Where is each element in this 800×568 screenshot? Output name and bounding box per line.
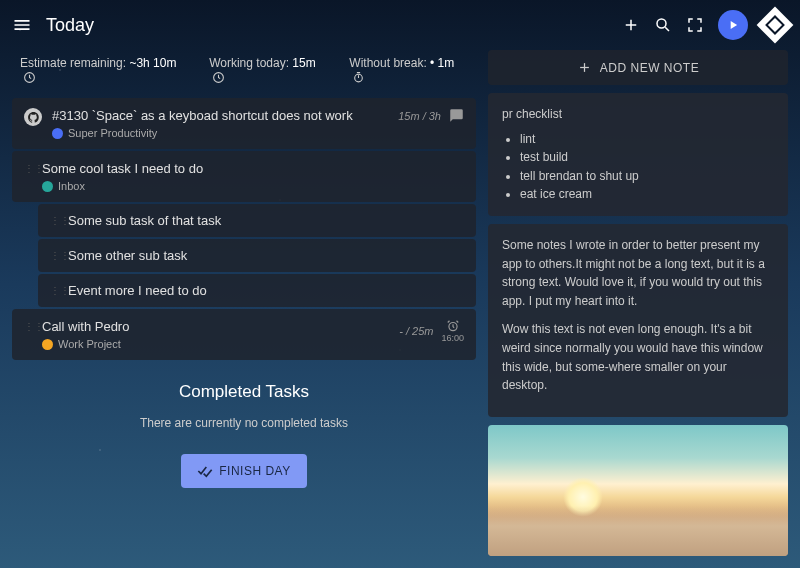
github-icon [24,108,42,126]
task-row[interactable]: ⋮⋮ Call with Pedro Work Project - / 25m … [12,309,476,360]
note-text: Some notes I wrote in order to better pr… [502,236,774,310]
task-title: #3130 `Space` as a keyboad shortcut does… [52,108,388,123]
drag-handle-icon[interactable]: ⋮⋮ [24,321,32,332]
note-card[interactable]: Some notes I wrote in order to better pr… [488,224,788,417]
svg-point-0 [657,19,666,28]
task-tag: Work Project [42,338,389,350]
subtask-row[interactable]: ⋮⋮ Some sub task of that task [38,204,476,237]
task-title: Event more I need to do [68,283,464,298]
search-icon[interactable] [654,16,672,34]
page-title: Today [46,15,94,36]
add-icon[interactable] [622,16,640,34]
note-list: lint test build tell brendan to shut up … [520,130,774,204]
task-title: Some other sub task [68,248,464,263]
completed-empty: There are currently no completed tasks [12,416,476,430]
drag-handle-icon[interactable]: ⋮⋮ [50,215,58,226]
task-tag: Super Productivity [52,127,388,139]
play-button[interactable] [718,10,748,40]
task-row[interactable]: #3130 `Space` as a keyboad shortcut does… [12,98,476,149]
stats-bar: Estimate remaining: ~3h 10m Working toda… [12,50,476,98]
task-tag: Inbox [42,180,464,192]
drag-handle-icon[interactable]: ⋮⋮ [50,285,58,296]
menu-icon[interactable] [12,15,32,35]
diamond-icon[interactable] [757,7,794,44]
note-text: Wow this text is not even long enough. I… [502,320,774,394]
finish-day-button[interactable]: FINISH DAY [181,454,306,488]
note-title: pr checklist [502,105,774,124]
task-title: Call with Pedro [42,319,389,334]
subtask-row[interactable]: ⋮⋮ Event more I need to do [38,274,476,307]
task-meta: - / 25m 16:00 [399,319,464,343]
drag-handle-icon[interactable]: ⋮⋮ [50,250,58,261]
note-card[interactable]: pr checklist lint test build tell brenda… [488,93,788,216]
add-note-button[interactable]: ADD NEW NOTE [488,50,788,85]
note-image[interactable] [488,425,788,556]
comment-icon [449,108,464,123]
fullscreen-icon[interactable] [686,16,704,34]
task-row[interactable]: ⋮⋮ Some cool task I need to do Inbox [12,151,476,202]
task-meta: 15m / 3h [398,108,464,123]
subtask-row[interactable]: ⋮⋮ Some other sub task [38,239,476,272]
alarm-icon: 16:00 [441,319,464,343]
task-title: Some cool task I need to do [42,161,464,176]
drag-handle-icon[interactable]: ⋮⋮ [24,163,32,174]
task-title: Some sub task of that task [68,213,464,228]
completed-heading: Completed Tasks [12,382,476,402]
